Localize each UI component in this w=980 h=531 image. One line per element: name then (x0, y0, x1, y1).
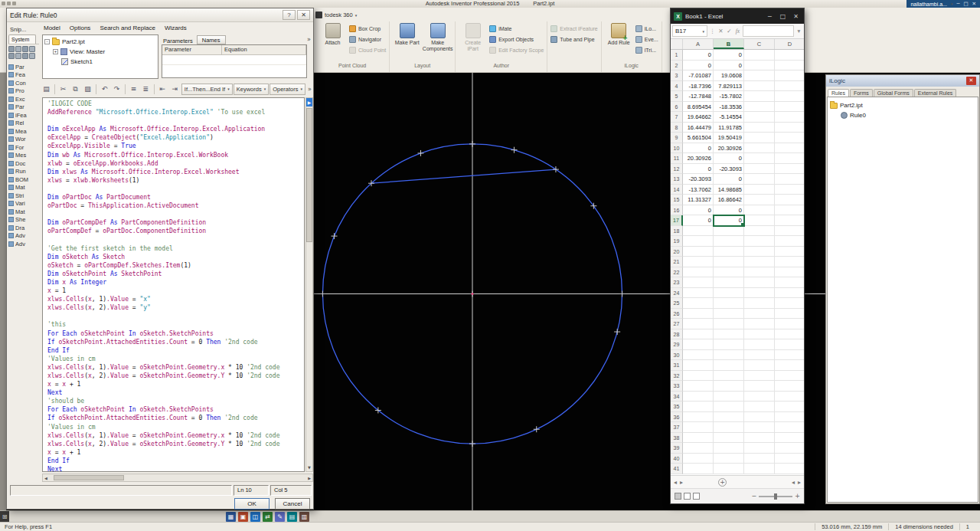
snippet-tool-icon[interactable] (29, 53, 35, 59)
cell-B1[interactable]: 0 (714, 50, 744, 61)
cell-B29[interactable] (714, 339, 744, 350)
cell-D31[interactable] (775, 360, 804, 371)
menu-model[interactable]: Model (41, 24, 64, 32)
code-line[interactable]: End If (47, 457, 304, 465)
formula-bar[interactable] (743, 25, 794, 37)
cell-A23[interactable] (683, 277, 714, 288)
row-header-24[interactable]: 24 (671, 288, 683, 299)
cell-B3[interactable]: 19.0608 (714, 70, 744, 81)
row-header-33[interactable]: 33 (671, 381, 683, 392)
cell-C2[interactable] (744, 61, 775, 71)
scrollbar-thumb[interactable] (54, 475, 124, 480)
maximize-button[interactable]: □ (963, 1, 968, 7)
cell-A35[interactable] (683, 402, 714, 412)
code-line[interactable]: Dim x As Integer (47, 278, 304, 287)
snippet-category[interactable]: Mat (8, 184, 40, 192)
taskbar-app-icon-4[interactable]: ⇄ (263, 512, 273, 522)
code-line[interactable]: xlws.Cells(x, 2).Value = oSketchPoint.Ge… (47, 440, 304, 448)
cell-C5[interactable] (744, 91, 775, 102)
sketch-point-marker[interactable] (614, 329, 620, 335)
cell-C18[interactable] (744, 226, 775, 237)
cell-A25[interactable] (683, 298, 714, 309)
ilogic-panel-titlebar[interactable]: iLogic ✕ (826, 75, 979, 87)
cell-A7[interactable]: 19.64662 (683, 112, 714, 123)
select-all-corner[interactable] (671, 39, 683, 49)
cell-A41[interactable] (683, 464, 714, 474)
tree-item-sketch[interactable]: Sketch1 (44, 57, 156, 67)
snippet-tool-icon[interactable] (8, 46, 15, 52)
cell-B39[interactable] (714, 443, 744, 454)
cell-B20[interactable] (714, 247, 744, 257)
cell-A5[interactable]: -12.7848 (683, 91, 714, 102)
cell-D37[interactable] (775, 422, 804, 433)
row-header-4[interactable]: 4 (671, 81, 683, 92)
sketch-point-marker[interactable] (534, 426, 540, 432)
cell-D24[interactable] (775, 288, 804, 299)
sketch-line[interactable] (371, 169, 556, 183)
cell-D14[interactable] (775, 185, 804, 195)
cell-D40[interactable] (775, 454, 804, 464)
tab-parameters[interactable]: Parameters (162, 38, 194, 44)
taskbar-app-icon-3[interactable]: ◫ (250, 512, 260, 522)
taskbar-app-icon-2[interactable]: ▣ (238, 512, 248, 522)
snippet-category[interactable]: Mes (8, 152, 40, 160)
row-header-36[interactable]: 36 (671, 412, 683, 423)
code-editor[interactable]: 'ILOGIC CODEAddReference "Microsoft.Offi… (42, 97, 305, 472)
ribbon-button-extract-ifeature[interactable]: Extract iFeature (550, 24, 597, 34)
row-header-15[interactable]: 15 (671, 195, 683, 205)
row-header-21[interactable]: 21 (671, 257, 683, 267)
close-icon[interactable]: ✕ (966, 77, 976, 85)
snippet-category[interactable]: Adv (8, 232, 40, 241)
cell-D32[interactable] (775, 371, 804, 382)
code-line[interactable]: xlws.Cells(x, 1).Value = "x" (47, 295, 304, 303)
cell-C8[interactable] (744, 123, 775, 133)
code-line[interactable]: x = 1 (47, 287, 304, 295)
help-button[interactable]: ? (283, 10, 296, 20)
snippet-category[interactable]: Pro (8, 87, 40, 96)
tab-names[interactable]: Names (197, 35, 226, 44)
tab-forms[interactable]: Forms (850, 89, 873, 97)
cell-C13[interactable] (744, 174, 775, 185)
cell-D27[interactable] (775, 319, 804, 329)
row-header-27[interactable]: 27 (671, 319, 683, 329)
cell-C22[interactable] (744, 267, 775, 278)
ribbon-button-navigator[interactable]: Navigator (349, 34, 386, 44)
cell-A26[interactable] (683, 309, 714, 320)
scrollbar-thumb[interactable] (306, 108, 312, 242)
cell-A32[interactable] (683, 371, 714, 382)
cell-B25[interactable] (714, 298, 744, 309)
snippet-category[interactable]: Par (8, 103, 40, 112)
cell-B18[interactable] (714, 226, 744, 237)
ribbon-button-eve[interactable]: Eve... (635, 34, 658, 44)
cell-D25[interactable] (775, 298, 804, 309)
code-line[interactable]: End If (47, 346, 304, 355)
cell-B4[interactable]: 7.829113 (714, 81, 744, 92)
zoom-slider[interactable] (759, 496, 792, 497)
tab-global-forms[interactable]: Global Forms (874, 89, 913, 97)
code-line[interactable]: xlws.Cells(x, 1).Value = oSketchPoint.Ge… (47, 431, 304, 440)
cell-B40[interactable] (714, 454, 744, 464)
cell-D11[interactable] (775, 153, 804, 164)
snippet-category[interactable]: Exc (8, 95, 40, 103)
sheet-prev-icon[interactable]: ◂ (674, 479, 677, 486)
cell-B8[interactable]: 11.91785 (714, 123, 744, 133)
tab-scroll-left-icon[interactable]: ◂ (792, 479, 795, 486)
insert-function-icon[interactable]: fx (734, 28, 741, 34)
normal-view-icon[interactable] (675, 493, 681, 500)
cell-C7[interactable] (744, 112, 775, 123)
row-header-9[interactable]: 9 (671, 133, 683, 143)
snippet-tool-icon[interactable] (22, 53, 28, 59)
ribbon-button-make-components[interactable]: Make Components (423, 21, 452, 63)
ok-button[interactable]: OK (234, 498, 270, 510)
cell-D19[interactable] (775, 236, 804, 247)
row-header-29[interactable]: 29 (671, 339, 683, 350)
snippet-category[interactable]: Rel (8, 120, 40, 128)
row-header-32[interactable]: 32 (671, 371, 683, 382)
taskbar-app-icon-1[interactable]: ▦ (226, 512, 236, 522)
cell-B35[interactable] (714, 402, 744, 412)
cell-B14[interactable]: 14.98685 (714, 185, 744, 195)
cell-C26[interactable] (744, 309, 775, 320)
cell-A28[interactable] (683, 329, 714, 340)
cell-A1[interactable]: 0 (683, 50, 714, 61)
code-line[interactable]: Next (47, 465, 304, 472)
